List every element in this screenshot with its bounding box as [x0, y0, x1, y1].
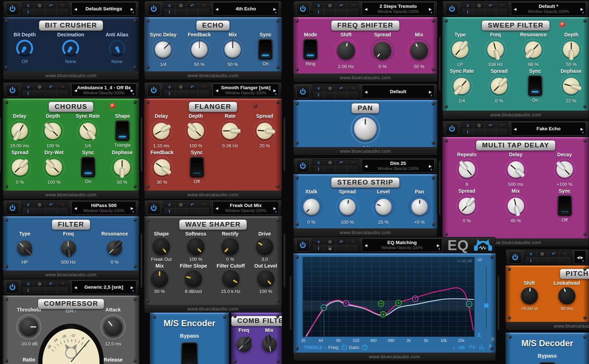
knob-level[interactable]: [375, 199, 392, 215]
info-button[interactable]: i: [313, 166, 324, 172]
knob-sync-delay[interactable]: [155, 41, 171, 58]
knob-feedback[interactable]: [154, 159, 170, 176]
menu-button[interactable]: ≡: [313, 239, 324, 245]
opacity-toggle-icon[interactable]: ◑: [430, 167, 432, 172]
knob-shape[interactable]: [153, 238, 170, 255]
knob-dephase[interactable]: [563, 78, 579, 94]
knob-decay[interactable]: [557, 161, 573, 178]
footer-link[interactable]: www.bluecataudio.com: [340, 75, 391, 80]
knob-dephase[interactable]: [114, 159, 130, 176]
undo-button[interactable]: ↶: [45, 202, 57, 208]
eq-node[interactable]: [466, 301, 472, 307]
footer-link[interactable]: www.bluecataudio.com: [369, 354, 420, 359]
preset-display[interactable]: ◀Fake Echo▶◑: [511, 122, 586, 136]
gear-button[interactable]: ⚙: [473, 122, 485, 129]
knob-filter-slope[interactable]: [185, 270, 202, 287]
preset-display[interactable]: ◀2 Steps TremoloWindow Opacity:100%▶◑: [362, 2, 435, 16]
lock-button[interactable]: [175, 90, 187, 97]
gain-mini-knob[interactable]: [362, 345, 367, 350]
power-button[interactable]: [296, 2, 310, 15]
power-button[interactable]: [6, 281, 19, 294]
knob-spread[interactable]: [374, 42, 391, 60]
knob-decimation[interactable]: [62, 40, 79, 57]
switch-shape[interactable]: [115, 120, 130, 141]
knob-delay[interactable]: [11, 123, 28, 139]
opacity-toggle-icon[interactable]: ◑: [452, 345, 455, 350]
preset-prev-button[interactable]: ◀: [74, 206, 77, 210]
footer-link[interactable]: www.bluecataudio.com: [490, 112, 541, 117]
preset-display[interactable]: ◀Default▶◑: [362, 85, 435, 98]
preset-prev-button[interactable]: ◀: [215, 89, 218, 92]
switch-sync[interactable]: [558, 195, 572, 216]
resize-grip[interactable]: [493, 338, 494, 339]
footer-link[interactable]: www.bluecataudio.com: [554, 323, 589, 329]
lock-button[interactable]: [34, 287, 45, 294]
menu-button[interactable]: ≡: [313, 2, 324, 9]
menu-button[interactable]: ≡: [313, 160, 324, 166]
gear-button[interactable]: ⚙: [537, 251, 548, 257]
lock-button[interactable]: [175, 208, 187, 214]
preset-prev-button[interactable]: ◀: [365, 90, 367, 94]
preset-display[interactable]: ◀Smooth Flanger [snk]Window Opacity:100%…: [213, 84, 279, 97]
knob-mix[interactable]: [410, 42, 428, 60]
opacity-toggle-icon[interactable]: ◑: [274, 91, 277, 96]
info-button[interactable]: i: [313, 92, 324, 98]
power-button[interactable]: [296, 85, 310, 98]
menu-button[interactable]: ≡: [313, 85, 324, 92]
power-button[interactable]: [445, 122, 459, 135]
redo-button[interactable]: ↷: [347, 85, 359, 92]
power-button[interactable]: [6, 84, 19, 97]
power-button[interactable]: [147, 84, 161, 97]
footer-link[interactable]: www.bluecataudio.com: [46, 272, 97, 277]
switch-bypass[interactable]: [181, 342, 198, 364]
knob-mix[interactable]: [508, 198, 524, 214]
lock-button[interactable]: [473, 9, 485, 15]
knob-spread[interactable]: [339, 199, 356, 215]
opacity-toggle-icon[interactable]: ◑: [274, 10, 277, 15]
eq-zoom-handle[interactable]: [484, 303, 488, 308]
info-button[interactable]: i: [525, 257, 537, 264]
footer-link[interactable]: www.bluecataudio.com: [188, 192, 239, 197]
preset-prev-button[interactable]: ◀: [577, 256, 580, 259]
redo-button[interactable]: ↷: [496, 122, 508, 129]
eq-node[interactable]: [380, 312, 386, 317]
knob-sync-rate[interactable]: [453, 78, 470, 94]
preset-display[interactable]: ◀Generic 2,5 [snk]▶◑: [71, 280, 136, 294]
info-button[interactable]: i: [164, 90, 175, 97]
preset-prev-button[interactable]: ◀: [365, 243, 367, 247]
preset-prev-button[interactable]: ◀: [74, 89, 77, 92]
knob-threshold[interactable]: [20, 318, 38, 336]
lock-button[interactable]: [473, 129, 485, 135]
knob-shift[interactable]: [521, 287, 538, 304]
info-button[interactable]: i: [22, 9, 34, 15]
redo-button[interactable]: ↷: [347, 2, 359, 9]
power-button[interactable]: [147, 202, 161, 214]
info-button[interactable]: i: [313, 9, 324, 15]
eq-node[interactable]: [321, 305, 327, 310]
info-button[interactable]: i: [313, 245, 324, 252]
knob-resonance[interactable]: [107, 241, 122, 256]
knob-repeats[interactable]: [459, 161, 475, 178]
redo-button[interactable]: ↷: [57, 84, 68, 90]
knob-softness[interactable]: [187, 238, 204, 255]
gear-button[interactable]: ⚙: [34, 281, 45, 287]
knob-lookahead[interactable]: [558, 287, 575, 304]
opacity-toggle-icon[interactable]: ◑: [581, 258, 584, 263]
info-button[interactable]: i: [164, 208, 175, 214]
preset-prev-button[interactable]: ◀: [74, 285, 77, 289]
opacity-toggle-icon[interactable]: ◑: [430, 10, 432, 15]
info-button[interactable]: i: [164, 9, 175, 15]
preset-display[interactable]: ◀4th Echo▶◑: [213, 2, 279, 16]
switch-sync[interactable]: [190, 157, 204, 177]
preset-display[interactable]: ◀Freak Out MixWindow Opacity:100%▶◑: [213, 201, 279, 215]
footer-link[interactable]: www.bluecataudio.com: [188, 73, 239, 78]
info-button[interactable]: i: [462, 129, 473, 135]
knob-out-level[interactable]: [257, 270, 274, 287]
undo-button[interactable]: ↶: [548, 251, 559, 257]
knob-spread[interactable]: [12, 159, 28, 176]
eq-node[interactable]: [343, 300, 349, 306]
opacity-toggle-icon[interactable]: ◑: [430, 92, 432, 98]
switch-sync[interactable]: [528, 75, 542, 96]
opacity-toggle-icon[interactable]: ◑: [437, 246, 440, 251]
switch-sync[interactable]: [81, 157, 95, 177]
